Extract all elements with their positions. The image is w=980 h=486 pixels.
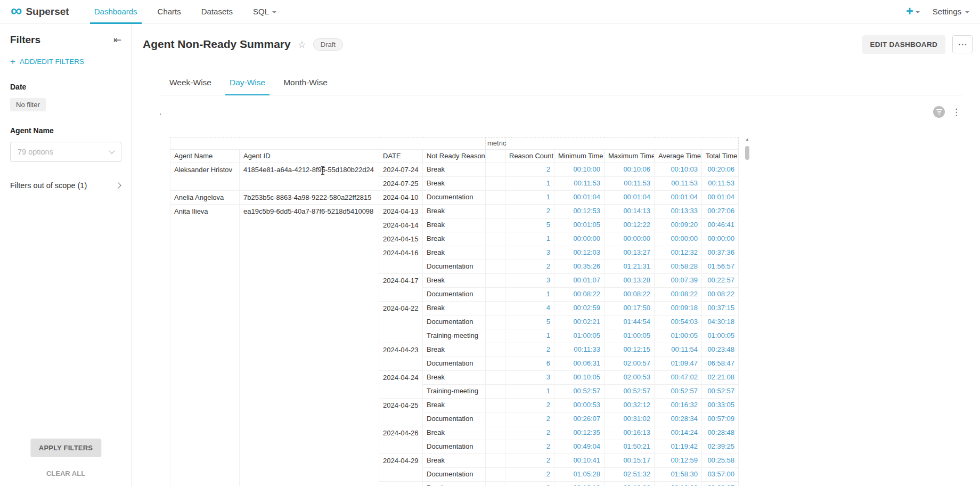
cell-metric-spacer: [486, 440, 505, 454]
collapse-sidebar-icon[interactable]: ⇤: [113, 35, 121, 45]
cell-max-time: 00:31:02: [605, 412, 655, 426]
cell-min-time: 00:08:22: [554, 288, 605, 302]
brand-name: Superset: [26, 6, 69, 18]
chevron-down-icon: [916, 11, 920, 13]
cell-min-time: 00:00:53: [554, 399, 605, 412]
filters-sidebar: Filters ⇤ + ADD/EDIT FILTERS Date No fil…: [0, 23, 132, 486]
cell-date: 2024-05-01: [379, 482, 423, 486]
cell-agent-name: Anelia Angelova: [170, 191, 240, 205]
cell-count: 5: [505, 218, 554, 232]
cell-min-time: 00:26:07: [554, 412, 605, 426]
cell-avg-time: 01:58:30: [655, 468, 702, 482]
cell-metric-spacer: [486, 329, 505, 343]
cell-max-time: 00:10:06: [605, 163, 655, 177]
add-edit-filters-button[interactable]: + ADD/EDIT FILTERS: [10, 57, 121, 66]
cell-total-time: 04:30:18: [702, 315, 739, 329]
cell-reason: Break: [423, 177, 486, 191]
cell-avg-time: 00:09:20: [655, 218, 702, 232]
tab-month-wise[interactable]: Month-Wise: [274, 71, 337, 95]
cell-count: 2: [505, 205, 554, 218]
status-badge: Draft: [313, 38, 343, 51]
cell-reason: Training-meeting: [423, 329, 486, 343]
cell-agent-id: 41854e81-a64a-4212-8f95-55d180b22d24: [240, 163, 379, 191]
cell-max-time: 00:13:27: [605, 246, 655, 260]
edit-dashboard-button[interactable]: EDIT DASHBOARD: [862, 35, 945, 54]
table-scrollbar[interactable]: ▲: [744, 136, 751, 486]
dashboard-header: Agent Non-Ready Summary ☆ Draft EDIT DAS…: [132, 23, 980, 65]
agent-name-select[interactable]: 79 options: [10, 142, 121, 162]
applied-filters-icon[interactable]: [933, 106, 945, 118]
cell-total-time: 00:23:48: [702, 343, 739, 357]
cell-reason: Documentation: [423, 440, 486, 454]
cell-reason: Documentation: [423, 412, 486, 426]
cell-min-time: 00:12:35: [554, 426, 605, 440]
cell-metric-spacer: [486, 260, 505, 274]
cell-date: 2024-04-22: [379, 302, 423, 343]
select-placeholder: 79 options: [18, 148, 53, 156]
dashboard-menu-button[interactable]: ⋯: [952, 35, 973, 53]
chevron-down-icon: [272, 11, 276, 13]
clear-all-button[interactable]: CLEAR ALL: [46, 469, 85, 477]
chart-kebab-menu[interactable]: ⋮: [952, 108, 961, 117]
favorite-star-icon[interactable]: ☆: [298, 39, 306, 51]
cell-total-time: 00:39:27: [702, 482, 739, 486]
cell-avg-time: 00:13:09: [655, 482, 702, 486]
cell-total-time: 02:39:25: [702, 440, 739, 454]
cell-count: 1: [505, 288, 554, 302]
cell-total-time: 00:20:06: [702, 163, 739, 177]
cell-reason: Break: [423, 371, 486, 385]
new-item-button[interactable]: +: [906, 5, 919, 18]
cell-count: 6: [505, 357, 554, 371]
cell-count: 2: [505, 260, 554, 274]
cell-date: 2024-04-24: [379, 371, 423, 399]
tab-day-wise[interactable]: Day-Wise: [220, 71, 274, 95]
cell-min-time: 00:10:00: [554, 163, 605, 177]
cell-count: 1: [505, 329, 554, 343]
settings-menu[interactable]: Settings: [933, 7, 969, 16]
nav-item-sql[interactable]: SQL: [243, 0, 287, 23]
cell-date: 2024-04-29: [379, 454, 423, 482]
scroll-up-arrow-icon[interactable]: ▲: [744, 136, 751, 143]
cell-min-time: 00:11:53: [554, 177, 605, 191]
cell-reason: Break: [423, 205, 486, 218]
cell-total-time: 00:37:15: [702, 302, 739, 315]
chart-header: . ⋮: [159, 106, 961, 118]
cell-reason: Break: [423, 399, 486, 412]
cell-avg-time: 00:10:03: [655, 163, 702, 177]
cell-metric-spacer: [486, 177, 505, 191]
filters-out-of-scope[interactable]: Filters out of scope (1): [10, 181, 121, 190]
cell-reason: Break: [423, 246, 486, 260]
nav-item-datasets[interactable]: Datasets: [191, 0, 243, 23]
nav-item-charts[interactable]: Charts: [148, 0, 191, 23]
nav-item-dashboards[interactable]: Dashboards: [84, 0, 148, 23]
chevron-down-icon: [109, 148, 115, 153]
cell-total-time: 06:58:47: [702, 357, 739, 371]
filters-title: Filters: [10, 34, 40, 46]
cell-avg-time: 00:52:57: [655, 385, 702, 399]
cell-min-time: 00:10:41: [554, 454, 605, 468]
tab-week-wise[interactable]: Week-Wise: [160, 71, 220, 95]
cell-max-time: 00:11:53: [605, 177, 655, 191]
cell-min-time: 00:06:31: [554, 357, 605, 371]
apply-filters-button[interactable]: APPLY FILTERS: [30, 439, 101, 457]
cell-avg-time: 00:13:33: [655, 205, 702, 218]
cell-avg-time: 00:54:03: [655, 315, 702, 329]
scrollbar-thumb[interactable]: [745, 146, 749, 160]
cell-metric-spacer: [486, 315, 505, 329]
cell-max-time: 00:17:50: [605, 302, 655, 315]
cell-total-time: 00:46:41: [702, 218, 739, 232]
superset-logo[interactable]: ∞ Superset: [11, 6, 69, 18]
cell-max-time: 01:50:21: [605, 440, 655, 454]
cell-count: 2: [505, 454, 554, 468]
filters-header: Filters ⇤: [10, 34, 121, 46]
cell-max-time: 00:12:15: [605, 343, 655, 357]
cell-min-time: 01:05:28: [554, 468, 605, 482]
cell-max-time: 00:18:26: [605, 482, 655, 486]
cell-min-time: 00:00:00: [554, 232, 605, 246]
cell-count: 1: [505, 177, 554, 191]
column-header: DATE: [379, 150, 423, 163]
cell-count: 2: [505, 343, 554, 357]
column-header: Not Ready Reason: [423, 150, 486, 163]
ellipsis-icon: ⋯: [958, 39, 967, 50]
cell-metric-spacer: [486, 163, 505, 177]
